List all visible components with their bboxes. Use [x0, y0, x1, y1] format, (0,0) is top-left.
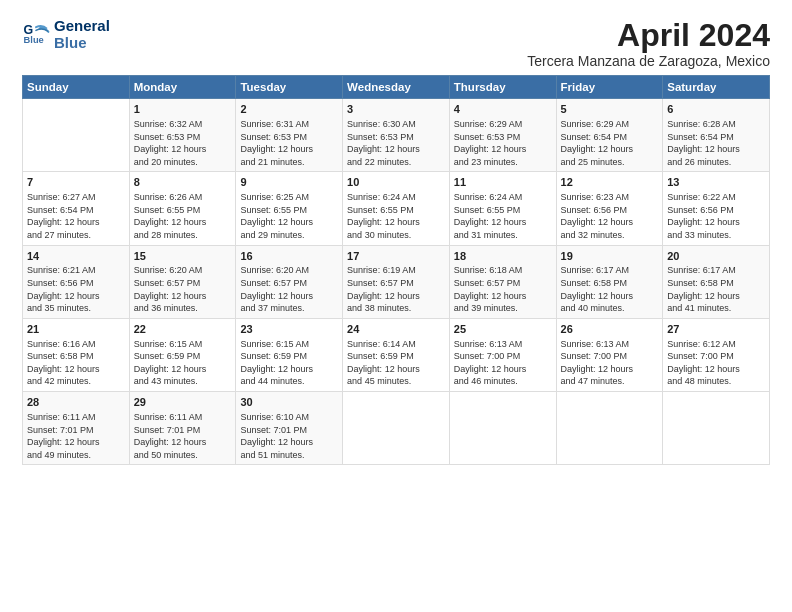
- day-info: Sunrise: 6:11 AM Sunset: 7:01 PM Dayligh…: [27, 411, 125, 461]
- day-number: 4: [454, 102, 552, 117]
- day-number: 14: [27, 249, 125, 264]
- day-number: 8: [134, 175, 232, 190]
- month-title: April 2024: [527, 18, 770, 53]
- day-info: Sunrise: 6:32 AM Sunset: 6:53 PM Dayligh…: [134, 118, 232, 168]
- logo: G Blue General Blue: [22, 18, 110, 51]
- col-thursday: Thursday: [449, 76, 556, 99]
- day-cell: 16Sunrise: 6:20 AM Sunset: 6:57 PM Dayli…: [236, 245, 343, 318]
- day-number: 21: [27, 322, 125, 337]
- day-cell: 21Sunrise: 6:16 AM Sunset: 6:58 PM Dayli…: [23, 318, 130, 391]
- col-wednesday: Wednesday: [343, 76, 450, 99]
- day-info: Sunrise: 6:24 AM Sunset: 6:55 PM Dayligh…: [347, 191, 445, 241]
- day-number: 3: [347, 102, 445, 117]
- day-number: 10: [347, 175, 445, 190]
- week-row-1: 1Sunrise: 6:32 AM Sunset: 6:53 PM Daylig…: [23, 99, 770, 172]
- day-info: Sunrise: 6:12 AM Sunset: 7:00 PM Dayligh…: [667, 338, 765, 388]
- day-cell: 6Sunrise: 6:28 AM Sunset: 6:54 PM Daylig…: [663, 99, 770, 172]
- day-info: Sunrise: 6:29 AM Sunset: 6:53 PM Dayligh…: [454, 118, 552, 168]
- day-number: 2: [240, 102, 338, 117]
- day-cell: [23, 99, 130, 172]
- day-cell: 14Sunrise: 6:21 AM Sunset: 6:56 PM Dayli…: [23, 245, 130, 318]
- day-number: 24: [347, 322, 445, 337]
- day-number: 29: [134, 395, 232, 410]
- day-info: Sunrise: 6:20 AM Sunset: 6:57 PM Dayligh…: [240, 264, 338, 314]
- col-friday: Friday: [556, 76, 663, 99]
- day-cell: 8Sunrise: 6:26 AM Sunset: 6:55 PM Daylig…: [129, 172, 236, 245]
- day-info: Sunrise: 6:22 AM Sunset: 6:56 PM Dayligh…: [667, 191, 765, 241]
- day-cell: 17Sunrise: 6:19 AM Sunset: 6:57 PM Dayli…: [343, 245, 450, 318]
- day-info: Sunrise: 6:11 AM Sunset: 7:01 PM Dayligh…: [134, 411, 232, 461]
- day-info: Sunrise: 6:20 AM Sunset: 6:57 PM Dayligh…: [134, 264, 232, 314]
- day-cell: 13Sunrise: 6:22 AM Sunset: 6:56 PM Dayli…: [663, 172, 770, 245]
- day-info: Sunrise: 6:31 AM Sunset: 6:53 PM Dayligh…: [240, 118, 338, 168]
- day-number: 20: [667, 249, 765, 264]
- day-cell: 20Sunrise: 6:17 AM Sunset: 6:58 PM Dayli…: [663, 245, 770, 318]
- day-cell: 29Sunrise: 6:11 AM Sunset: 7:01 PM Dayli…: [129, 392, 236, 465]
- day-cell: 24Sunrise: 6:14 AM Sunset: 6:59 PM Dayli…: [343, 318, 450, 391]
- day-cell: 15Sunrise: 6:20 AM Sunset: 6:57 PM Dayli…: [129, 245, 236, 318]
- col-monday: Monday: [129, 76, 236, 99]
- day-number: 26: [561, 322, 659, 337]
- week-row-4: 21Sunrise: 6:16 AM Sunset: 6:58 PM Dayli…: [23, 318, 770, 391]
- day-info: Sunrise: 6:13 AM Sunset: 7:00 PM Dayligh…: [454, 338, 552, 388]
- header-row: G Blue General Blue April 2024 Tercera M…: [22, 18, 770, 69]
- day-number: 15: [134, 249, 232, 264]
- day-info: Sunrise: 6:26 AM Sunset: 6:55 PM Dayligh…: [134, 191, 232, 241]
- day-info: Sunrise: 6:27 AM Sunset: 6:54 PM Dayligh…: [27, 191, 125, 241]
- day-number: 12: [561, 175, 659, 190]
- day-cell: 30Sunrise: 6:10 AM Sunset: 7:01 PM Dayli…: [236, 392, 343, 465]
- day-cell: 9Sunrise: 6:25 AM Sunset: 6:55 PM Daylig…: [236, 172, 343, 245]
- location-title: Tercera Manzana de Zaragoza, Mexico: [527, 53, 770, 69]
- day-cell: 12Sunrise: 6:23 AM Sunset: 6:56 PM Dayli…: [556, 172, 663, 245]
- day-info: Sunrise: 6:24 AM Sunset: 6:55 PM Dayligh…: [454, 191, 552, 241]
- day-info: Sunrise: 6:13 AM Sunset: 7:00 PM Dayligh…: [561, 338, 659, 388]
- day-number: 16: [240, 249, 338, 264]
- day-info: Sunrise: 6:28 AM Sunset: 6:54 PM Dayligh…: [667, 118, 765, 168]
- day-number: 13: [667, 175, 765, 190]
- day-cell: 28Sunrise: 6:11 AM Sunset: 7:01 PM Dayli…: [23, 392, 130, 465]
- day-number: 23: [240, 322, 338, 337]
- title-block: April 2024 Tercera Manzana de Zaragoza, …: [527, 18, 770, 69]
- day-cell: [663, 392, 770, 465]
- day-cell: 1Sunrise: 6:32 AM Sunset: 6:53 PM Daylig…: [129, 99, 236, 172]
- day-cell: 10Sunrise: 6:24 AM Sunset: 6:55 PM Dayli…: [343, 172, 450, 245]
- day-number: 6: [667, 102, 765, 117]
- day-number: 9: [240, 175, 338, 190]
- day-number: 30: [240, 395, 338, 410]
- col-sunday: Sunday: [23, 76, 130, 99]
- day-cell: [449, 392, 556, 465]
- day-number: 18: [454, 249, 552, 264]
- day-cell: 3Sunrise: 6:30 AM Sunset: 6:53 PM Daylig…: [343, 99, 450, 172]
- header-row-days: Sunday Monday Tuesday Wednesday Thursday…: [23, 76, 770, 99]
- day-info: Sunrise: 6:30 AM Sunset: 6:53 PM Dayligh…: [347, 118, 445, 168]
- day-info: Sunrise: 6:17 AM Sunset: 6:58 PM Dayligh…: [667, 264, 765, 314]
- col-saturday: Saturday: [663, 76, 770, 99]
- day-cell: 11Sunrise: 6:24 AM Sunset: 6:55 PM Dayli…: [449, 172, 556, 245]
- svg-text:Blue: Blue: [24, 34, 44, 44]
- week-row-3: 14Sunrise: 6:21 AM Sunset: 6:56 PM Dayli…: [23, 245, 770, 318]
- day-number: 19: [561, 249, 659, 264]
- day-number: 17: [347, 249, 445, 264]
- day-info: Sunrise: 6:15 AM Sunset: 6:59 PM Dayligh…: [134, 338, 232, 388]
- day-number: 25: [454, 322, 552, 337]
- day-number: 7: [27, 175, 125, 190]
- day-info: Sunrise: 6:29 AM Sunset: 6:54 PM Dayligh…: [561, 118, 659, 168]
- page: G Blue General Blue April 2024 Tercera M…: [0, 0, 792, 612]
- day-cell: 23Sunrise: 6:15 AM Sunset: 6:59 PM Dayli…: [236, 318, 343, 391]
- day-info: Sunrise: 6:16 AM Sunset: 6:58 PM Dayligh…: [27, 338, 125, 388]
- day-number: 22: [134, 322, 232, 337]
- day-number: 11: [454, 175, 552, 190]
- day-info: Sunrise: 6:23 AM Sunset: 6:56 PM Dayligh…: [561, 191, 659, 241]
- day-number: 1: [134, 102, 232, 117]
- day-number: 28: [27, 395, 125, 410]
- day-cell: 27Sunrise: 6:12 AM Sunset: 7:00 PM Dayli…: [663, 318, 770, 391]
- day-cell: 18Sunrise: 6:18 AM Sunset: 6:57 PM Dayli…: [449, 245, 556, 318]
- day-cell: 7Sunrise: 6:27 AM Sunset: 6:54 PM Daylig…: [23, 172, 130, 245]
- day-number: 27: [667, 322, 765, 337]
- day-info: Sunrise: 6:21 AM Sunset: 6:56 PM Dayligh…: [27, 264, 125, 314]
- week-row-5: 28Sunrise: 6:11 AM Sunset: 7:01 PM Dayli…: [23, 392, 770, 465]
- day-info: Sunrise: 6:19 AM Sunset: 6:57 PM Dayligh…: [347, 264, 445, 314]
- day-info: Sunrise: 6:25 AM Sunset: 6:55 PM Dayligh…: [240, 191, 338, 241]
- day-cell: 25Sunrise: 6:13 AM Sunset: 7:00 PM Dayli…: [449, 318, 556, 391]
- logo-icon: G Blue: [22, 21, 50, 49]
